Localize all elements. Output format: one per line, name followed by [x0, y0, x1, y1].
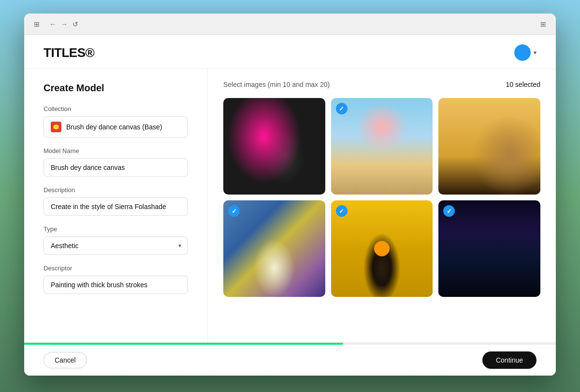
type-group: Type Aesthetic Style Character Object ▾ [44, 225, 188, 255]
collection-label: Collection [44, 105, 188, 112]
image-card-3[interactable] [438, 98, 540, 195]
image-grid: ✓ ✓ ✓ [223, 98, 540, 297]
main-layout: Create Model Collection Brush dey dance … [24, 69, 556, 342]
continue-button[interactable]: Continue [482, 351, 536, 369]
app-header: TITLES® ▾ [24, 35, 556, 69]
check-badge-5: ✓ [336, 205, 348, 217]
browser-window: ⊞ ← → ↺ ⊞ TITLES® ▾ Create Model C [24, 14, 556, 376]
image-card-2[interactable]: ✓ [331, 98, 433, 195]
model-name-label: Model Name [44, 147, 188, 154]
avatar[interactable] [514, 44, 531, 61]
model-name-input[interactable] [44, 158, 188, 177]
image-thumbnail-3 [438, 98, 540, 195]
description-input[interactable] [44, 197, 188, 216]
nav-icons: ← → ↺ [47, 18, 80, 30]
nav-forward-icon[interactable]: → [59, 18, 70, 30]
browser-titlebar: ⊞ ← → ↺ ⊞ [24, 14, 556, 35]
model-name-group: Model Name [44, 147, 188, 177]
check-badge-4: ✓ [228, 205, 240, 217]
header-right: ▾ [514, 44, 536, 61]
image-thumbnail-6 [438, 200, 540, 297]
image-card-1[interactable] [223, 98, 325, 195]
sidebar-toggle-left-icon[interactable]: ⊞ [32, 18, 42, 30]
image-card-6[interactable]: ✓ [438, 200, 540, 297]
description-group: Description [44, 186, 188, 216]
image-thumbnail-1 [223, 98, 325, 195]
right-panel: Select images (min 10 and max 20) 10 sel… [208, 69, 556, 342]
right-panel-header: Select images (min 10 and max 20) 10 sel… [223, 81, 540, 88]
image-card-4[interactable]: ✓ [223, 200, 325, 297]
selected-count: 10 selected [506, 81, 540, 88]
collection-input[interactable]: Brush dey dance canvas (Base) [44, 116, 188, 138]
bottom-bar: Cancel Continue [24, 342, 556, 376]
nav-refresh-icon[interactable]: ↺ [71, 18, 80, 30]
chevron-down-icon[interactable]: ▾ [534, 49, 536, 56]
descriptor-label: Descriptor [44, 265, 188, 272]
nav-back-icon[interactable]: ← [47, 18, 58, 30]
app-content: TITLES® ▾ Create Model Collection [24, 35, 556, 376]
image-card-5[interactable]: ✓ [331, 200, 433, 297]
select-images-label: Select images (min 10 and max 20) [223, 81, 330, 88]
type-select[interactable]: Aesthetic Style Character Object [44, 237, 188, 255]
description-label: Description [44, 186, 188, 194]
check-badge-2: ✓ [336, 103, 348, 114]
image-thumbnail-4 [223, 200, 325, 297]
left-panel: Create Model Collection Brush dey dance … [24, 69, 208, 342]
loading-indicator-5 [374, 241, 390, 256]
descriptor-input[interactable] [44, 276, 188, 294]
titlebar-left-icons: ⊞ [32, 18, 42, 30]
app-logo: TITLES® [44, 45, 94, 60]
type-select-wrapper: Aesthetic Style Character Object ▾ [44, 237, 188, 255]
collection-icon [51, 122, 61, 132]
bottom-actions: Cancel Continue [24, 345, 556, 376]
collection-value: Brush dey dance canvas (Base) [66, 123, 162, 131]
image-thumbnail-2 [331, 98, 433, 195]
collection-group: Collection Brush dey dance canvas (Base) [44, 105, 188, 138]
panel-title: Create Model [44, 83, 188, 94]
type-label: Type [44, 225, 188, 233]
descriptor-group: Descriptor [44, 265, 188, 294]
sidebar-toggle-right-icon[interactable]: ⊞ [538, 18, 548, 30]
cancel-button[interactable]: Cancel [44, 352, 87, 368]
